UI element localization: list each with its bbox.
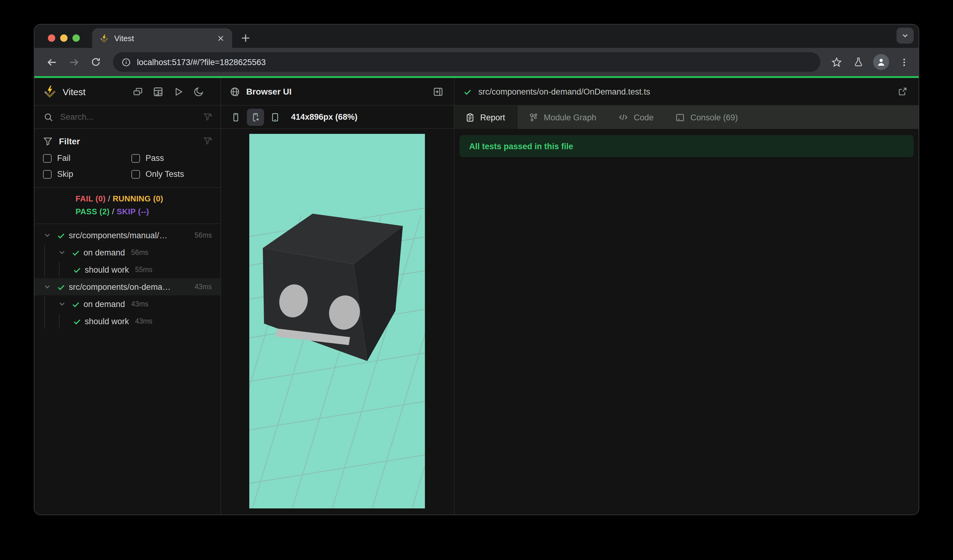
run-all-button[interactable] xyxy=(171,84,185,99)
clear-search-filter-icon[interactable] xyxy=(203,112,213,122)
tablet-icon xyxy=(270,112,280,122)
menu-button[interactable] xyxy=(897,55,911,70)
test-case-row[interactable]: should work 55ms xyxy=(34,261,220,278)
browser-window: Vitest xyxy=(34,25,919,515)
report-tabbar: Report Module Graph xyxy=(455,105,919,129)
browser-tabstrip: Vitest xyxy=(34,25,919,48)
browser-tab[interactable]: Vitest xyxy=(92,28,232,48)
collapse-panels-button[interactable] xyxy=(130,84,145,99)
chevron-down-icon[interactable] xyxy=(58,248,66,257)
bookmark-star-button[interactable] xyxy=(829,55,844,70)
filter-section: Filter Fail Pass xyxy=(34,129,220,188)
globe-icon xyxy=(230,86,240,97)
search-row xyxy=(34,105,220,129)
smartphone-icon xyxy=(231,112,241,122)
new-tab-button[interactable] xyxy=(238,31,253,45)
experiments-button[interactable] xyxy=(851,55,866,70)
moon-icon xyxy=(193,86,203,97)
test-suite-row[interactable]: on demand 43ms xyxy=(34,295,220,313)
forward-arrow-icon xyxy=(68,57,79,67)
tab-title: Vitest xyxy=(114,34,215,43)
clipboard-icon xyxy=(466,113,475,122)
open-in-editor-button[interactable] xyxy=(895,84,910,99)
browser-toolbar: localhost:5173/#/?file=1828625563 xyxy=(34,48,919,76)
report-panel: src/components/on-demand/OnDemand.test.t… xyxy=(455,78,919,515)
tab-code[interactable]: Code xyxy=(607,105,665,129)
close-window-button[interactable] xyxy=(48,34,55,42)
filter-title: Filter xyxy=(59,137,203,146)
test-suite-row[interactable]: on demand 56ms xyxy=(34,244,220,261)
site-info-icon[interactable] xyxy=(121,57,131,67)
tab-report[interactable]: Report xyxy=(455,105,517,129)
sidebar-actions xyxy=(130,84,206,99)
summary-line-2: PASS (2) / SKIP (--) xyxy=(76,205,220,218)
filter-checkbox-fail[interactable]: Fail xyxy=(43,154,131,163)
panel-right-icon xyxy=(433,86,443,97)
filter-checkbox-pass[interactable]: Pass xyxy=(131,154,213,163)
tab-console[interactable]: Console (69) xyxy=(665,105,749,129)
checkbox-icon xyxy=(131,154,140,163)
theme-toggle-button[interactable] xyxy=(191,84,206,99)
hide-panel-button[interactable] xyxy=(430,84,445,99)
reload-button[interactable] xyxy=(86,52,106,72)
device-small-phone-button[interactable] xyxy=(227,109,244,126)
panel-title: Browser UI xyxy=(246,87,292,96)
summary-line-1: FAIL (0) / RUNNING (0) xyxy=(76,192,220,205)
test-file-path: src/components/on-demand/OnDemand.test.t… xyxy=(478,87,650,96)
filter-checkbox-skip[interactable]: Skip xyxy=(43,169,131,179)
traffic-lights xyxy=(48,34,80,42)
screen: Vitest xyxy=(0,0,953,560)
chevron-down-icon[interactable] xyxy=(43,282,51,291)
star-icon xyxy=(831,57,841,67)
three-dot-menu-icon xyxy=(899,57,908,67)
chevron-down-icon[interactable] xyxy=(43,231,51,239)
profile-button[interactable] xyxy=(873,54,889,70)
vitest-app: Vitest xyxy=(34,78,919,515)
play-icon xyxy=(173,86,183,97)
browser-ui-header: Browser UI xyxy=(221,78,454,105)
module-graph-icon xyxy=(528,112,538,122)
forward-button[interactable] xyxy=(64,52,84,72)
filter-checkbox-only-tests[interactable]: Only Tests xyxy=(131,169,213,179)
device-toolbar: 414x896px (68%) xyxy=(221,105,454,129)
device-tablet-button[interactable] xyxy=(267,109,284,126)
url-bar[interactable]: localhost:5173/#/?file=1828625563 xyxy=(113,52,820,72)
checkbox-icon xyxy=(43,170,51,178)
reload-icon xyxy=(91,57,101,67)
test-file-row[interactable]: src/components/manual/… 56ms xyxy=(34,226,220,244)
sidebar: Vitest xyxy=(34,78,221,515)
code-icon xyxy=(618,112,628,122)
dashboard-button[interactable] xyxy=(151,84,165,99)
back-button[interactable] xyxy=(42,52,61,72)
pass-check-icon xyxy=(71,299,81,309)
tab-search-button[interactable] xyxy=(897,28,914,43)
minimize-window-button[interactable] xyxy=(60,34,68,42)
checkbox-icon xyxy=(43,154,51,163)
device-phone-plus-button[interactable] xyxy=(247,109,264,126)
tab-close-icon[interactable] xyxy=(215,33,226,43)
tests-passed-banner: All tests passed in this file xyxy=(459,135,914,157)
console-icon xyxy=(676,113,685,122)
test-case-row[interactable]: should work 43ms xyxy=(34,313,220,330)
search-input[interactable] xyxy=(60,112,203,122)
chevron-down-icon xyxy=(902,32,909,39)
back-arrow-icon xyxy=(47,57,57,67)
chevron-down-icon[interactable] xyxy=(58,299,66,308)
zoom-window-button[interactable] xyxy=(73,34,80,42)
tab-module-graph[interactable]: Module Graph xyxy=(517,105,607,129)
pass-check-icon xyxy=(56,282,66,292)
smartphone-plus-icon xyxy=(250,112,260,122)
preview-area xyxy=(221,129,454,515)
toolbar-actions xyxy=(829,54,911,70)
search-icon xyxy=(43,110,54,124)
pass-check-icon xyxy=(73,265,82,274)
pass-check-icon xyxy=(56,231,66,240)
report-header: src/components/on-demand/OnDemand.test.t… xyxy=(455,78,919,105)
browser-ui-panel: Browser UI xyxy=(221,78,455,515)
clear-filters-icon[interactable] xyxy=(203,137,213,146)
external-link-icon xyxy=(898,87,908,96)
funnel-icon xyxy=(43,137,53,146)
test-file-row[interactable]: src/components/on-dema… 43ms xyxy=(34,278,220,295)
tested-app-preview[interactable] xyxy=(249,134,425,509)
viewport-size-label: 414x896px (68%) xyxy=(291,112,357,122)
